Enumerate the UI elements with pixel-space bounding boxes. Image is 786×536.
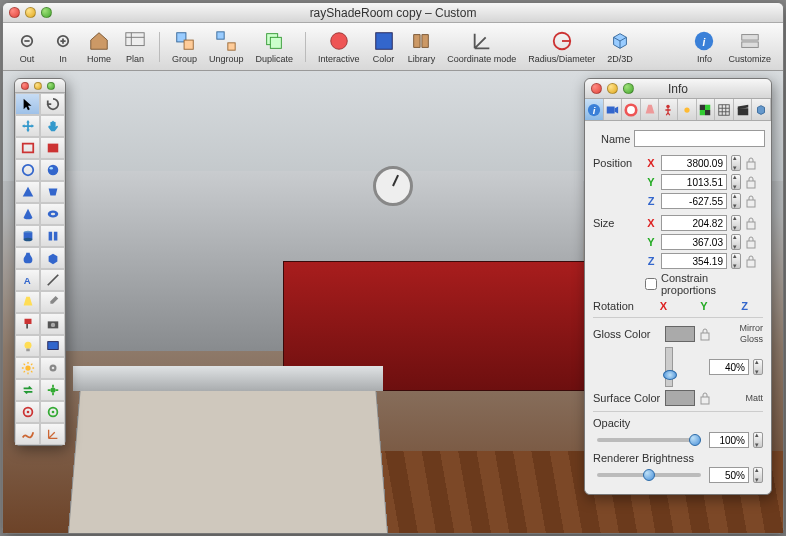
position-z-input[interactable] — [661, 193, 727, 209]
lock-icon[interactable] — [745, 216, 757, 230]
tab-sun[interactable] — [678, 99, 697, 120]
2d3d-button[interactable]: 2D/3D — [601, 27, 639, 66]
surface-color-swatch[interactable] — [665, 390, 695, 406]
tool-cylinder[interactable] — [15, 225, 40, 247]
tab-figure[interactable] — [659, 99, 678, 120]
stepper[interactable] — [753, 359, 763, 375]
tool-rect[interactable] — [15, 137, 40, 159]
tool-torus[interactable] — [40, 203, 65, 225]
size-x-input[interactable] — [661, 215, 727, 231]
info-button[interactable]: iInfo — [686, 27, 722, 66]
tool-path[interactable] — [15, 423, 40, 445]
position-y-input[interactable] — [661, 174, 727, 190]
rotation-x[interactable]: X — [645, 300, 682, 312]
coordinate-mode-button[interactable]: Coordinate mode — [441, 27, 522, 66]
in-button[interactable]: In — [45, 27, 81, 66]
stepper[interactable] — [731, 155, 741, 171]
zoom-icon[interactable] — [47, 82, 55, 90]
stepper[interactable] — [731, 174, 741, 190]
gloss-pct-input[interactable] — [709, 359, 749, 375]
ungroup-button[interactable]: Ungroup — [203, 27, 250, 66]
tool-text[interactable]: A — [15, 269, 40, 291]
rotation-y[interactable]: Y — [686, 300, 723, 312]
tool-spotlight[interactable] — [15, 291, 40, 313]
close-icon[interactable] — [21, 82, 29, 90]
svg-rect-4 — [184, 40, 193, 49]
lock-icon[interactable] — [745, 156, 757, 170]
renderer-slider[interactable] — [597, 473, 701, 477]
main-titlebar[interactable]: rayShadeRoom copy – Custom — [3, 3, 783, 23]
renderer-pct-input[interactable] — [709, 467, 749, 483]
tool-extrude[interactable] — [40, 247, 65, 269]
gloss-color-swatch[interactable] — [665, 326, 695, 342]
opacity-slider[interactable] — [597, 438, 701, 442]
tool-tube[interactable] — [40, 225, 65, 247]
tool-cone[interactable] — [15, 203, 40, 225]
tool-select-arrow[interactable] — [15, 93, 40, 115]
tool-eyedropper[interactable] — [40, 291, 65, 313]
tool-axes[interactable] — [40, 423, 65, 445]
tool-move-axis[interactable] — [40, 379, 65, 401]
lock-icon[interactable] — [745, 175, 757, 189]
tool-bulb[interactable] — [15, 335, 40, 357]
lock-icon[interactable] — [699, 327, 711, 341]
out-button[interactable]: Out — [9, 27, 45, 66]
library-button[interactable]: Library — [402, 27, 442, 66]
lock-icon[interactable] — [745, 235, 757, 249]
stepper[interactable] — [753, 467, 763, 483]
tab-grid[interactable] — [715, 99, 734, 120]
plan-button[interactable]: Plan — [117, 27, 153, 66]
stepper[interactable] — [731, 234, 741, 250]
tool-camera[interactable] — [40, 313, 65, 335]
tab-camera[interactable] — [604, 99, 623, 120]
tool-pyramid[interactable] — [15, 181, 40, 203]
lock-icon[interactable] — [745, 254, 757, 268]
group-button[interactable]: Group — [166, 27, 203, 66]
rotation-z[interactable]: Z — [726, 300, 763, 312]
opacity-pct-input[interactable] — [709, 432, 749, 448]
gloss-slider-vertical[interactable] — [665, 347, 673, 387]
minimize-icon[interactable] — [34, 82, 42, 90]
interactive-button[interactable]: Interactive — [312, 27, 366, 66]
stepper[interactable] — [731, 253, 741, 269]
stepper[interactable] — [753, 432, 763, 448]
tab-clapper[interactable] — [734, 99, 753, 120]
stepper[interactable] — [731, 215, 741, 231]
tool-line[interactable] — [40, 269, 65, 291]
tool-pan[interactable] — [15, 115, 40, 137]
tool-target-red[interactable] — [15, 401, 40, 423]
tool-swap[interactable] — [15, 379, 40, 401]
size-y-input[interactable] — [661, 234, 727, 250]
tool-sphere[interactable] — [40, 159, 65, 181]
tab-checker[interactable] — [697, 99, 716, 120]
svg-text:i: i — [703, 37, 706, 48]
home-button[interactable]: Home — [81, 27, 117, 66]
lock-icon[interactable] — [745, 194, 757, 208]
constrain-checkbox[interactable] — [645, 278, 657, 290]
stepper[interactable] — [731, 193, 741, 209]
tab-cube[interactable] — [752, 99, 771, 120]
tab-spotlight[interactable] — [641, 99, 660, 120]
tool-circle[interactable] — [15, 159, 40, 181]
name-input[interactable] — [634, 130, 765, 147]
tool-paint[interactable] — [15, 313, 40, 335]
tool-display[interactable] — [40, 335, 65, 357]
radius-diameter-button[interactable]: Radius/Diameter — [522, 27, 601, 66]
tool-target-green[interactable] — [40, 401, 65, 423]
tool-sun[interactable] — [15, 357, 40, 379]
size-z-input[interactable] — [661, 253, 727, 269]
tool-hand[interactable] — [40, 115, 65, 137]
tool-prism[interactable] — [40, 181, 65, 203]
tool-gear[interactable] — [40, 357, 65, 379]
tool-lathe[interactable] — [15, 247, 40, 269]
position-label: Position — [593, 157, 641, 169]
color-button[interactable]: Color — [366, 27, 402, 66]
tab-lifering[interactable] — [622, 99, 641, 120]
tool-rotate[interactable] — [40, 93, 65, 115]
tab-info[interactable]: i — [585, 99, 604, 120]
tool-rect-fill[interactable] — [40, 137, 65, 159]
position-x-input[interactable] — [661, 155, 727, 171]
customize-button[interactable]: Customize — [722, 27, 777, 66]
lock-icon[interactable] — [699, 391, 711, 405]
duplicate-button[interactable]: Duplicate — [250, 27, 300, 66]
